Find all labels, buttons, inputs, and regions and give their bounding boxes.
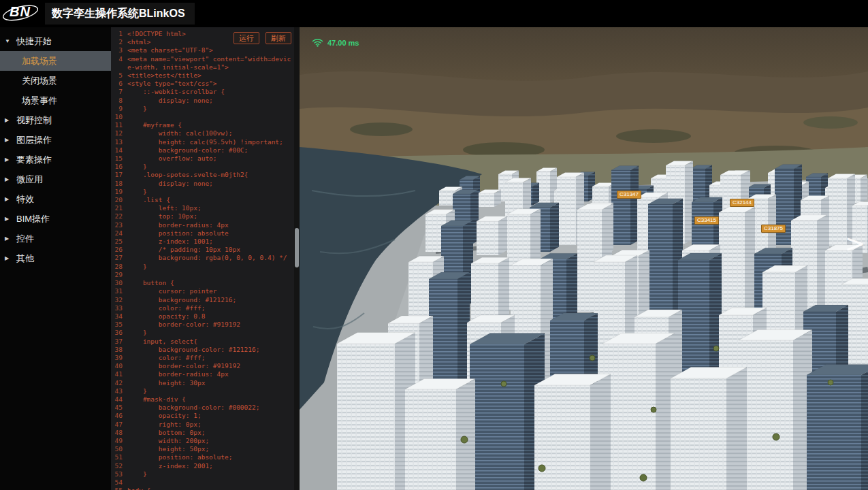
code-line: 33 color: #fff;: [111, 304, 292, 312]
sidebar-item-label: BIM操作: [16, 213, 50, 225]
scene-viewport[interactable]: 47.00 ms C31347C32144C33415C31875 >: [300, 27, 868, 490]
building-label[interactable]: C31875: [761, 225, 786, 233]
sidebar-item-label: 加载场景: [22, 55, 57, 67]
line-number: 17: [111, 171, 123, 179]
code-line: 32 background: #121216;: [111, 296, 292, 304]
latency-value: 47.00 ms: [327, 39, 359, 47]
line-number: 16: [111, 163, 123, 171]
sidebar-item-label: 关闭场景: [22, 75, 57, 87]
run-button[interactable]: 运行: [234, 32, 259, 44]
line-number: 14: [111, 146, 123, 154]
building-label[interactable]: C33415: [694, 216, 719, 225]
sidebar-item-label: 微应用: [16, 174, 43, 186]
line-content: overflow: auto;: [127, 154, 292, 163]
building-label[interactable]: C31347: [617, 191, 641, 199]
code-line: 25 z-index: 1001;: [111, 238, 292, 246]
line-content: cursor: pointer: [127, 287, 292, 295]
line-content: display: none;: [127, 97, 292, 105]
line-content: background-color: #000022;: [127, 404, 292, 412]
line-number: 44: [111, 395, 123, 404]
line-number: 38: [111, 346, 123, 354]
code-line: 49 width: 200px;: [111, 437, 292, 445]
line-content: background-color: #121216;: [127, 346, 292, 354]
sidebar-item[interactable]: ▶ 控件: [0, 229, 111, 248]
wifi-icon: [312, 38, 323, 47]
sidebar-item[interactable]: 关闭场景: [0, 71, 111, 91]
line-number: 19: [111, 188, 123, 196]
code-line: 53 }: [111, 470, 292, 478]
line-content: width: calc(100vw);: [127, 129, 292, 137]
line-number: 40: [111, 362, 123, 370]
sidebar-item-label: 特效: [16, 193, 34, 206]
line-number: 4: [111, 55, 123, 71]
code-line: 18 display: none;: [111, 180, 292, 188]
code-line: 8 display: none;: [111, 97, 292, 105]
sidebar-item[interactable]: ▶ 图层操作: [0, 130, 111, 150]
code-line: 48 bottom: 0px;: [111, 429, 292, 437]
code-line: 6 <style type="text/css">: [111, 80, 292, 88]
line-number: 3: [111, 46, 123, 54]
line-number: 8: [111, 97, 123, 105]
line-content: z-index: 2001;: [127, 462, 292, 470]
line-number: 24: [111, 229, 123, 238]
line-number: 18: [111, 180, 123, 188]
code-line: 15 overflow: auto;: [111, 154, 292, 163]
code-line: 22 top: 10px;: [111, 212, 292, 220]
line-content: }: [127, 387, 292, 395]
chevron-icon: ▶: [5, 137, 14, 143]
line-number: 1: [111, 30, 123, 38]
line-number: 31: [111, 287, 123, 295]
line-content: height: calc(95.5vh) !important;: [127, 138, 292, 146]
line-content: height: 50px;: [127, 445, 292, 453]
line-content: bottom: 0px;: [127, 429, 292, 437]
editor-toolbar: 运行 刷新: [234, 32, 291, 44]
editor-scrollbar[interactable]: [294, 27, 300, 490]
chevron-icon: ▶: [5, 216, 14, 222]
building-label[interactable]: C32144: [730, 199, 754, 207]
code-line: 55 body {: [111, 487, 292, 490]
line-content: <title>test</title>: [127, 71, 292, 80]
code-line: 10: [111, 113, 292, 121]
code-line: 34 opacity: 0.8: [111, 312, 292, 321]
code-line: 40 border-color: #919192: [111, 362, 292, 370]
line-number: 11: [111, 121, 123, 129]
line-content: #mask-div {: [127, 395, 292, 404]
line-number: 9: [111, 105, 123, 113]
sidebar-item[interactable]: 场景事件: [0, 91, 111, 110]
code-line: 42 height: 30px: [111, 379, 292, 387]
line-content: }: [127, 263, 292, 271]
sidebar-item[interactable]: ▼ 快捷开始: [0, 31, 111, 51]
line-content: opacity: 1;: [127, 412, 292, 420]
code-line: 14 background-color: #00C;: [111, 146, 292, 154]
sidebar-item[interactable]: ▶ 视野控制: [0, 110, 111, 130]
sidebar-item[interactable]: ▶ BIM操作: [0, 209, 111, 229]
sidebar-item[interactable]: ▶ 特效: [0, 189, 111, 209]
line-number: 46: [111, 412, 123, 420]
line-content: <meta charset="UTF-8">: [127, 46, 292, 54]
sidebar-item[interactable]: ▶ 微应用: [0, 169, 111, 189]
refresh-button[interactable]: 刷新: [266, 32, 291, 44]
code-line: 16 }: [111, 163, 292, 171]
line-number: 34: [111, 312, 123, 321]
line-content: }: [127, 163, 292, 171]
editor-scrollbar-thumb[interactable]: [295, 228, 299, 267]
line-number: 43: [111, 387, 123, 395]
line-content: <meta name="viewport" content="width=dev…: [127, 55, 292, 71]
next-arrow-button[interactable]: >: [845, 231, 865, 256]
code-line: 54: [111, 478, 292, 487]
line-number: 50: [111, 445, 123, 453]
line-content: opacity: 0.8: [127, 312, 292, 321]
sidebar: ▼ 快捷开始 加载场景 关闭场景 场景事件 ▶ 视野控制: [0, 27, 111, 490]
sidebar-item[interactable]: ▶ 要素操作: [0, 150, 111, 169]
line-content: }: [127, 105, 292, 113]
code-editor[interactable]: 运行 刷新 1 <!DOCTYPE html> 2 <html> 3 <meta…: [111, 27, 300, 490]
code-line: 47 right: 0px;: [111, 421, 292, 429]
line-number: 26: [111, 246, 123, 254]
line-content: border-radius: 4px: [127, 221, 292, 229]
line-content: button {: [127, 279, 292, 287]
sidebar-item-label: 视野控制: [16, 114, 52, 127]
code-area[interactable]: 1 <!DOCTYPE html> 2 <html> 3 <meta chars…: [111, 30, 292, 490]
code-line: 24 position: absolute: [111, 229, 292, 238]
sidebar-item[interactable]: ▶ 其他: [0, 248, 111, 268]
sidebar-item[interactable]: 加载场景: [0, 51, 111, 71]
